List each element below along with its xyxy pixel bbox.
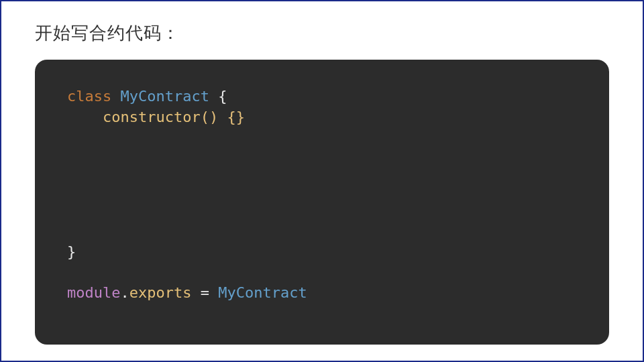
constructor-parens: () — [201, 109, 219, 125]
export-name: MyContract — [218, 284, 307, 301]
module-keyword: module — [67, 284, 120, 301]
constructor-keyword: constructor — [103, 109, 201, 125]
indent — [67, 109, 103, 125]
open-brace: { — [209, 88, 227, 105]
exports-keyword: exports — [129, 284, 192, 301]
close-brace: } — [67, 243, 76, 260]
section-heading: 开始写合约代码： — [35, 21, 609, 45]
dot: . — [120, 284, 129, 301]
blank-gap — [67, 128, 582, 242]
constructor-body: {} — [218, 109, 245, 125]
code-block: class MyContract { constructor() {} } mo… — [35, 60, 609, 345]
class-name: MyContract — [120, 88, 209, 105]
keyword-class: class — [67, 88, 111, 105]
equals: = — [191, 284, 218, 301]
